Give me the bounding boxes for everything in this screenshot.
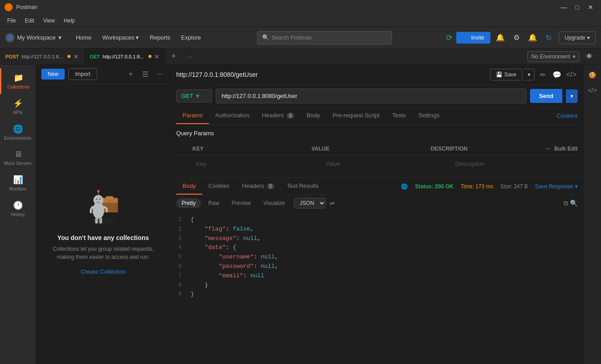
edit-button[interactable]: ✏ — [536, 68, 549, 81]
right-panel-cookie-button[interactable]: 🍪 — [586, 68, 599, 82]
workspace-selector[interactable]: 👤 My Workspace ▾ — [5, 33, 62, 42]
nav-reports[interactable]: Reports — [148, 32, 172, 43]
menu-view[interactable]: View — [40, 16, 58, 26]
code-line-3: "message": null, — [187, 234, 583, 244]
create-collection-link[interactable]: Create Collection — [81, 268, 126, 275]
more-options-button[interactable]: ··· — [154, 69, 165, 80]
tab-settings[interactable]: Settings — [412, 107, 446, 124]
environment-dropdown[interactable]: No Environment ▾ — [527, 51, 579, 62]
add-collection-button[interactable]: + — [125, 69, 136, 80]
key-input[interactable] — [192, 160, 315, 168]
send-button[interactable]: Send — [530, 89, 562, 103]
tab-add-button[interactable]: + — [165, 49, 182, 64]
sidebar-item-environments[interactable]: 🌐 Environments — [0, 120, 36, 145]
navbar-actions: ⟳ 👤 Invite 🔔 ⚙ 🔔 ↻ Upgrade ▾ — [446, 31, 596, 44]
lightning-icon[interactable]: 🔔 — [526, 31, 539, 44]
import-button[interactable]: Import — [68, 68, 97, 80]
sync-icon: ⟳ — [446, 33, 453, 43]
menu-edit[interactable]: Edit — [21, 16, 38, 26]
search-bar[interactable]: 🔍 Search Postman — [257, 31, 392, 44]
tab-close-get[interactable]: ✕ — [154, 53, 160, 60]
description-input[interactable] — [452, 160, 574, 168]
empty-illustration — [76, 173, 130, 227]
resp-tab-test-results[interactable]: Test Results — [280, 178, 325, 195]
sidebar-item-mock-servers[interactable]: 🖥 Mock Servers — [0, 145, 36, 170]
value-input[interactable] — [322, 160, 444, 168]
close-button[interactable]: ✕ — [585, 3, 597, 12]
tab-unsaved-indicator-get — [148, 55, 151, 58]
settings-gear-icon[interactable]: ⚙ — [510, 31, 523, 44]
sync-status-icon[interactable]: ↻ — [543, 31, 555, 44]
right-panel-code-button[interactable]: </> — [586, 84, 599, 97]
url-input[interactable] — [216, 89, 526, 103]
format-preview-button[interactable]: Preview — [226, 198, 256, 208]
resp-tab-cookies[interactable]: Cookies — [202, 178, 236, 195]
code-snippet-button[interactable]: </> — [565, 68, 578, 81]
code-line-5: "username": null, — [187, 253, 583, 262]
more-params-icon[interactable]: ··· — [546, 146, 551, 152]
tab-more-button[interactable]: ··· — [182, 49, 198, 64]
nav-explore[interactable]: Explore — [179, 32, 203, 43]
left-panel-header: New Import + ☰ ··· — [36, 65, 170, 84]
main-layout: 📁 Collections ⚡ APIs 🌐 Environments 🖥 Mo… — [0, 65, 601, 364]
sidebar-item-apis[interactable]: ⚡ APIs — [0, 94, 36, 120]
request-title: http://127.0.0.1:8080/getUser — [176, 71, 486, 78]
line-numbers: 1 2 3 4 5 6 7 8 9 — [171, 212, 187, 364]
tab-authorization[interactable]: Authorization — [209, 107, 256, 124]
app-title: Postman — [16, 4, 37, 10]
send-dropdown-button[interactable]: ▾ — [566, 89, 578, 103]
format-raw-button[interactable]: Raw — [203, 198, 224, 208]
save-dropdown-button[interactable]: ▾ — [524, 69, 534, 80]
code-line-8: } — [187, 281, 583, 290]
code-line-4: "data": { — [187, 243, 583, 253]
sidebar-item-monitors[interactable]: 📊 Monitors — [0, 170, 36, 196]
menu-help[interactable]: Help — [60, 16, 79, 26]
format-pretty-button[interactable]: Pretty — [176, 198, 201, 208]
tab-body[interactable]: Body — [300, 107, 326, 124]
upgrade-button[interactable]: Upgrade ▾ — [559, 31, 596, 44]
tab-close-post[interactable]: ✕ — [73, 53, 79, 60]
url-bar: GET ▾ Send ▾ — [171, 85, 583, 107]
invite-button[interactable]: 👤 Invite — [456, 32, 490, 44]
bulk-edit-button[interactable]: Bulk Edit — [554, 146, 578, 152]
format-visualize-button[interactable]: Visualize — [258, 198, 290, 208]
menubar: File Edit View Help — [0, 14, 601, 27]
code-line-9: } — [187, 290, 583, 299]
svg-point-0 — [91, 218, 116, 224]
tab-params[interactable]: Params — [176, 107, 209, 124]
tab-url-post: http://127.0.0.1:8... — [22, 54, 63, 59]
cookies-link[interactable]: Cookies — [556, 112, 578, 119]
new-button[interactable]: New — [41, 69, 65, 80]
tab-pre-request[interactable]: Pre-request Script — [326, 107, 386, 124]
titlebar: Postman — □ ✕ — [0, 0, 601, 14]
filter-button[interactable]: ☰ — [140, 69, 151, 80]
response-body-content: { "flag": false, "message": null, "data"… — [187, 212, 583, 364]
save-button[interactable]: 💾 Save — [490, 69, 522, 80]
env-eye-icon[interactable]: 👁 — [583, 50, 596, 63]
tab-tests[interactable]: Tests — [386, 107, 412, 124]
environments-icon: 🌐 — [13, 124, 23, 134]
copy-response-button[interactable]: ⧉ — [564, 200, 568, 207]
tab-post[interactable]: POST http://127.0.0.1:8... ✕ — [0, 49, 85, 64]
nav-workspaces[interactable]: Workspaces ▾ — [100, 32, 141, 43]
maximize-button[interactable]: □ — [571, 3, 583, 12]
sidebar-item-history[interactable]: 🕐 History — [0, 196, 36, 222]
minimize-button[interactable]: — — [558, 3, 570, 12]
code-line-1: { — [187, 215, 583, 225]
nav-home[interactable]: Home — [74, 32, 93, 43]
menu-file[interactable]: File — [4, 16, 19, 26]
sidebar-item-collections[interactable]: 📁 Collections — [0, 68, 36, 94]
right-icon-panel: 🍪 </> — [583, 65, 601, 364]
method-selector[interactable]: GET ▾ — [176, 89, 212, 102]
format-type-selector[interactable]: JSON XML HTML Text — [294, 198, 326, 209]
tab-headers[interactable]: Headers 6 — [256, 107, 300, 124]
notification-bell-icon[interactable]: 🔔 — [494, 31, 507, 44]
tab-get[interactable]: GET http://127.0.0.1:8... ✕ — [85, 49, 165, 64]
search-response-button[interactable]: 🔍 — [570, 200, 578, 207]
comment-button[interactable]: 💬 — [551, 68, 563, 81]
resp-tab-body[interactable]: Body — [176, 178, 202, 195]
sidebar-label-environments: Environments — [4, 136, 31, 141]
resp-tab-headers[interactable]: Headers 5 — [236, 178, 280, 195]
word-wrap-button[interactable]: ⇌ — [329, 200, 335, 207]
save-response-button[interactable]: Save Response ▾ — [535, 183, 578, 190]
